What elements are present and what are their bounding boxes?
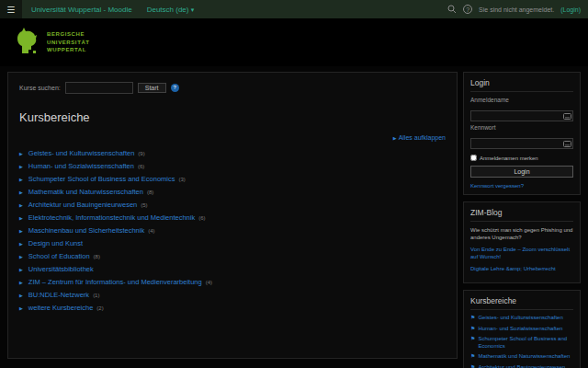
category-link[interactable]: Architektur und Bauingenieurwesen <box>28 201 137 209</box>
blog-post-link[interactable]: Wie schützt man sich gegen Phishing und … <box>470 226 573 241</box>
category-link[interactable]: Human- und Sozialwissenschaften <box>28 162 134 170</box>
category-link[interactable]: weitere Kursbereiche <box>28 304 93 312</box>
forgot-password-link[interactable]: Kennwort vergessen? <box>470 183 573 189</box>
course-count: (3) <box>179 177 186 182</box>
username-label: Anmeldename <box>470 97 573 103</box>
course-count: (5) <box>141 202 147 208</box>
category-row: ▶Mathematik und Naturwissenschaften(8) <box>19 188 446 196</box>
category-link[interactable]: BU:NDLE-Netzwerk <box>28 291 89 299</box>
category-row: ▶Maschinenbau und Sicherheitstechnik(4) <box>19 226 446 235</box>
course-count: (8) <box>147 190 153 195</box>
help-icon[interactable]: ? <box>463 5 472 14</box>
header: BERGISCHE UNIVERSITÄT WUPPERTAL <box>0 18 588 66</box>
category-row: ▶Elektrotechnik, Informationstechnik und… <box>19 213 446 222</box>
course-count: (4) <box>206 280 212 285</box>
category-link[interactable]: Geistes- und Kulturwissenschaften <box>28 149 134 157</box>
expand-arrow-icon[interactable]: ▶ <box>19 305 23 311</box>
expand-arrow-icon[interactable]: ▶ <box>19 241 23 247</box>
keyboard-icon[interactable] <box>563 107 571 123</box>
flag-icon: ⚑ <box>470 336 475 342</box>
top-navbar: ☰ Universität Wuppertal - Moodle Deutsch… <box>0 0 588 18</box>
category-link[interactable]: Architektur und Bauingenieurwesen <box>478 364 565 368</box>
search-start-button[interactable]: Start <box>138 83 166 93</box>
language-label: Deutsch (de) <box>147 6 189 14</box>
categories-block-title: Kursbereiche <box>470 296 573 310</box>
course-count: (2) <box>96 305 103 311</box>
sidebar-category-list: ⚑Geistes- und Kulturwissenschaften ⚑Huma… <box>470 315 573 368</box>
category-link[interactable]: Design und Kunst <box>28 239 83 247</box>
expand-arrow-icon[interactable]: ▶ <box>19 202 23 208</box>
category-link[interactable]: Schumpeter School of Business and Econom… <box>28 175 175 183</box>
chevron-down-icon: ▾ <box>191 6 195 13</box>
category-link[interactable]: Universitätsbibliothek <box>28 265 94 273</box>
blog-post-link[interactable]: Von Ende zu Ende – Zoom verschlüsselt au… <box>470 246 573 260</box>
keyboard-icon[interactable] <box>563 134 571 151</box>
expand-arrow-icon[interactable]: ▶ <box>19 190 23 195</box>
expand-arrow-icon[interactable]: ▶ <box>19 164 23 169</box>
language-dropdown[interactable]: Deutsch (de) ▾ <box>147 6 195 14</box>
logo-text: BERGISCHE UNIVERSITÄT WUPPERTAL <box>47 30 90 54</box>
flag-icon: ⚑ <box>470 315 475 321</box>
expand-arrow-icon[interactable]: ▶ <box>19 267 23 272</box>
expand-arrow-icon[interactable]: ▶ <box>19 151 23 156</box>
remember-checkbox[interactable] <box>470 155 477 161</box>
category-row: ▶Universitätsbibliothek <box>19 265 446 273</box>
course-count: (6) <box>138 164 144 169</box>
flag-icon: ⚑ <box>470 364 475 368</box>
login-link[interactable]: (Login) <box>560 6 581 13</box>
category-row: ▶weitere Kursbereiche(2) <box>19 304 446 312</box>
blog-post-link[interactable]: Digitale Lehre &amp; Urheberrecht <box>470 265 573 272</box>
course-count: (6) <box>198 215 205 221</box>
page-title: Kursbereiche <box>19 110 446 124</box>
expand-arrow-icon[interactable]: ▶ <box>19 280 23 285</box>
zim-blog-block: ZIM-Blog Wie schützt man sich gegen Phis… <box>463 201 581 283</box>
password-field[interactable] <box>470 138 573 149</box>
list-item: ⚑Human- und Sozialwissenschaften <box>470 326 573 333</box>
category-link[interactable]: Maschinenbau und Sicherheitstechnik <box>28 226 144 235</box>
login-block-title: Login <box>470 78 573 92</box>
category-row: ▶Schumpeter School of Business and Econo… <box>19 175 446 183</box>
category-row: ▶Architektur und Bauingenieurwesen(5) <box>19 201 446 209</box>
expand-arrow-icon[interactable]: ▶ <box>19 293 23 298</box>
remember-label: Anmeldenamen merken <box>480 155 538 161</box>
category-link[interactable]: Mathematik und Naturwissenschaften <box>28 188 143 196</box>
blog-block-title: ZIM-Blog <box>470 208 573 222</box>
username-field[interactable] <box>470 110 573 121</box>
category-row: ▶Design und Kunst <box>19 239 446 247</box>
lion-icon <box>13 26 40 55</box>
flag-icon: ⚑ <box>470 326 475 332</box>
category-link[interactable]: Elektrotechnik, Informationstechnik und … <box>28 213 195 222</box>
menu-icon[interactable]: ☰ <box>0 0 22 18</box>
sidebar: Login Anmeldename Kennwort Anmeldenamen … <box>463 72 581 368</box>
site-title: Universität Wuppertal - Moodle <box>31 6 132 14</box>
search-input[interactable] <box>65 82 133 94</box>
course-search: Kurse suchen: Start ? <box>19 82 446 94</box>
course-count: (9) <box>138 151 144 156</box>
expand-all-link[interactable]: ▶Alles aufklappen <box>393 134 446 141</box>
category-link[interactable]: Geistes- und Kulturwissenschaften <box>478 315 562 322</box>
expand-arrow-icon[interactable]: ▶ <box>19 254 23 259</box>
category-link[interactable]: ZIM – Zentrum für Informations- und Medi… <box>28 278 202 286</box>
help-icon[interactable]: ? <box>171 84 179 92</box>
category-link[interactable]: Human- und Sozialwissenschaften <box>478 326 562 333</box>
category-row: ▶ZIM – Zentrum für Informations- und Med… <box>19 278 446 286</box>
university-logo <box>13 26 40 59</box>
course-count: (1) <box>93 293 99 298</box>
search-icon[interactable] <box>447 5 457 14</box>
category-link[interactable]: Mathematik und Naturwissenschaften <box>478 353 570 361</box>
course-count: (8) <box>94 254 100 259</box>
category-link[interactable]: Schumpeter School of Business and Econom… <box>478 336 573 350</box>
expand-arrow-icon[interactable]: ▶ <box>19 228 23 234</box>
list-item: ⚑Architektur und Bauingenieurwesen <box>470 364 573 368</box>
expand-arrow-icon[interactable]: ▶ <box>19 215 23 221</box>
expand-arrow-icon[interactable]: ▶ <box>19 177 23 182</box>
login-status: Sie sind nicht angemeldet. <box>479 6 554 13</box>
remember-row: Anmeldenamen merken <box>470 155 573 161</box>
category-list: ▶Geistes- und Kulturwissenschaften(9) ▶H… <box>19 149 446 312</box>
category-link[interactable]: School of Education <box>28 252 90 260</box>
expand-arrow-icon: ▶ <box>393 135 397 141</box>
list-item: ⚑Mathematik und Naturwissenschaften <box>470 353 573 361</box>
search-label: Kurse suchen: <box>19 85 61 91</box>
login-button[interactable]: Login <box>470 166 573 178</box>
list-item: ⚑Geistes- und Kulturwissenschaften <box>470 315 573 322</box>
